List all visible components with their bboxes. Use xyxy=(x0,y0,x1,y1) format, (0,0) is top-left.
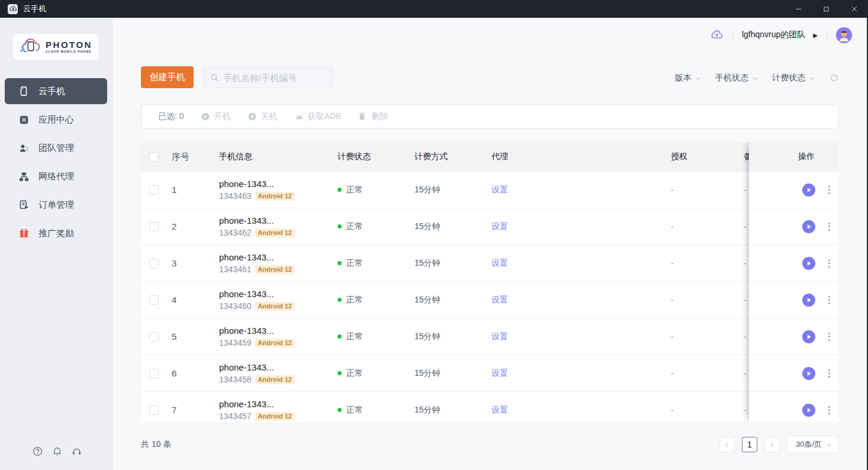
prev-page-button[interactable] xyxy=(719,437,735,452)
proxy-settings-link[interactable]: 设置 xyxy=(491,185,508,194)
phone-info-cell: phone-1343... 1343461 Android 12 xyxy=(211,252,329,274)
filter-phone-status[interactable]: 手机状态 xyxy=(715,73,758,83)
status-dot-icon xyxy=(337,334,342,339)
proxy-settings-link[interactable]: 设置 xyxy=(491,331,508,341)
maximize-button[interactable] xyxy=(812,0,840,18)
row-operations xyxy=(749,208,839,245)
row-checkbox[interactable] xyxy=(149,295,159,305)
chevron-down-icon xyxy=(752,75,758,82)
user-avatar[interactable] xyxy=(836,27,852,43)
status-dot-icon xyxy=(337,371,342,375)
more-actions-button[interactable] xyxy=(827,184,832,196)
sidebar-item-orders[interactable]: 订单管理 xyxy=(5,192,107,218)
billing-status: 正常 xyxy=(346,185,363,195)
power-on-action[interactable]: 开机 xyxy=(201,111,231,122)
team-name[interactable]: lgfhqnvrup的团队 xyxy=(742,30,805,40)
more-actions-button[interactable] xyxy=(827,257,832,269)
more-actions-button[interactable] xyxy=(827,368,832,379)
auth-value: - xyxy=(663,185,735,195)
sidebar-item-label: 团队管理 xyxy=(38,143,74,154)
phone-name: phone-1343... xyxy=(219,215,329,226)
filter-billing-status[interactable]: 计费状态 xyxy=(772,73,815,83)
refresh-icon[interactable] xyxy=(829,73,839,83)
proxy-settings-link[interactable]: 设置 xyxy=(491,221,508,231)
more-actions-button[interactable] xyxy=(827,331,832,343)
bell-icon[interactable] xyxy=(52,446,63,457)
play-icon xyxy=(802,404,815,417)
billing-status: 正常 xyxy=(346,221,363,232)
phone-icon xyxy=(18,85,30,97)
start-phone-button[interactable] xyxy=(802,257,815,270)
headset-icon[interactable] xyxy=(71,446,82,457)
get-adb-action[interactable]: 获取ADB xyxy=(294,111,342,122)
team-icon xyxy=(18,142,30,154)
proxy-settings-link[interactable]: 设置 xyxy=(491,295,508,304)
cloud-sync-icon[interactable] xyxy=(711,28,724,41)
android-version-badge: Android 12 xyxy=(255,302,295,311)
start-phone-button[interactable] xyxy=(802,330,815,343)
row-index: 5 xyxy=(163,331,211,342)
status-dot-icon xyxy=(337,408,342,412)
sidebar-footer xyxy=(32,446,82,457)
filter-version[interactable]: 版本 xyxy=(675,73,702,83)
power-off-action[interactable]: 关机 xyxy=(247,111,278,122)
table-row: 4 phone-1343... 1343460 Android 12 正常 15… xyxy=(141,282,839,318)
table-row: 3 phone-1343... 1343461 Android 12 正常 15… xyxy=(141,245,839,282)
play-icon xyxy=(802,367,815,380)
team-expand-arrow-icon[interactable]: ▶ xyxy=(813,32,818,38)
android-version-badge: Android 12 xyxy=(255,228,295,237)
close-button[interactable] xyxy=(840,0,868,18)
total-count: 共 10 条 xyxy=(141,439,171,450)
row-checkbox[interactable] xyxy=(149,185,159,195)
app-logo-icon xyxy=(8,4,18,14)
row-operations xyxy=(749,355,839,392)
filter-label: 版本 xyxy=(675,73,692,83)
sidebar-item-network-proxy[interactable]: 网络代理 xyxy=(5,163,107,189)
start-phone-button[interactable] xyxy=(802,220,815,233)
current-page[interactable]: 1 xyxy=(742,437,757,452)
page-size-select[interactable]: 30条/页 xyxy=(787,436,839,453)
start-phone-button[interactable] xyxy=(802,367,815,380)
row-checkbox[interactable] xyxy=(149,222,159,231)
row-checkbox[interactable] xyxy=(149,369,159,378)
fixed-operation-column: 操作 xyxy=(749,142,839,422)
sidebar-item-promotion-rewards[interactable]: 推广奖励 xyxy=(5,220,107,246)
help-icon[interactable] xyxy=(32,446,43,457)
billing-mode: 15分钟 xyxy=(406,185,483,195)
start-phone-button[interactable] xyxy=(802,294,815,307)
filter-label: 手机状态 xyxy=(715,73,748,83)
sidebar-menu: 云手机 应用中心 团队管理 网络代理 xyxy=(5,78,107,249)
billing-status-cell: 正常 xyxy=(329,258,406,269)
row-checkbox[interactable] xyxy=(149,405,159,415)
divider xyxy=(827,30,827,40)
more-actions-button[interactable] xyxy=(827,294,832,306)
phone-info-cell: phone-1343... 1343463 Android 12 xyxy=(211,179,329,201)
proxy-settings-link[interactable]: 设置 xyxy=(491,258,508,268)
sidebar-item-cloud-phone[interactable]: 云手机 xyxy=(5,78,107,104)
row-checkbox[interactable] xyxy=(149,259,159,268)
sidebar: PHOTON CLOUD MOBILE PHONE 云手机 应用中心 xyxy=(0,18,112,470)
billing-status-cell: 正常 xyxy=(329,221,406,232)
next-page-button[interactable] xyxy=(764,437,780,452)
create-phone-button[interactable]: 创建手机 xyxy=(141,66,194,88)
more-actions-button[interactable] xyxy=(827,221,832,233)
proxy-settings-link[interactable]: 设置 xyxy=(491,368,508,378)
main-header: lgfhqnvrup的团队 ▶ xyxy=(711,27,852,43)
filter-label: 计费状态 xyxy=(772,73,805,83)
gift-icon xyxy=(18,227,30,239)
select-all-checkbox[interactable] xyxy=(149,152,159,162)
delete-action[interactable]: 删除 xyxy=(358,111,388,122)
sidebar-item-app-center[interactable]: 应用中心 xyxy=(5,107,107,133)
sidebar-item-team[interactable]: 团队管理 xyxy=(5,135,107,161)
row-checkbox[interactable] xyxy=(149,332,159,342)
billing-mode: 15分钟 xyxy=(406,331,483,342)
android-version-badge: Android 12 xyxy=(255,375,295,384)
minimize-button[interactable] xyxy=(785,0,812,18)
order-icon xyxy=(18,199,30,211)
start-phone-button[interactable] xyxy=(802,404,815,417)
more-actions-button[interactable] xyxy=(827,404,832,416)
start-phone-button[interactable] xyxy=(802,184,815,197)
phone-id: 1343462 xyxy=(219,228,252,237)
search-input[interactable] xyxy=(223,73,324,83)
proxy-settings-link[interactable]: 设置 xyxy=(491,405,508,414)
